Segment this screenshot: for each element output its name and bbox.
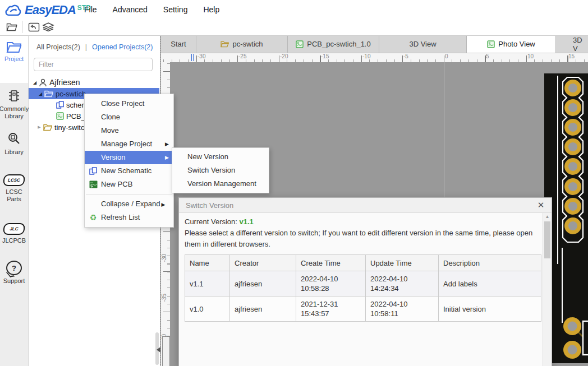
ruler-label: -10 <box>362 53 370 59</box>
cell-description: Initial version <box>439 296 541 322</box>
expand-arrow-icon[interactable]: ◢ <box>38 91 43 96</box>
menu-setting[interactable]: Setting <box>163 5 188 14</box>
all-projects-tab[interactable]: All Projects(2) <box>36 43 80 51</box>
menu-item-manage-project[interactable]: Manage Project ▶ <box>85 137 173 151</box>
menu-item-new-pcb[interactable]: New PCB <box>85 178 173 191</box>
menu-item-clone[interactable]: Clone <box>85 110 173 124</box>
menu-item-refresh-list[interactable]: ♻ Refresh List <box>85 211 173 224</box>
schematic-icon <box>89 166 98 175</box>
submenu-item-version-management[interactable]: Version Management <box>172 177 269 191</box>
submenu-item-label: Switch Version <box>187 166 235 174</box>
menu-item-collapse-expand[interactable]: Collapse / Expand▶ <box>85 197 173 211</box>
ruler-cursor-tick <box>191 54 192 61</box>
canvas-scrollbar-thumb[interactable] <box>162 336 170 366</box>
current-version-line: Current Version: v1.1 <box>185 217 543 226</box>
layers-icon[interactable] <box>41 20 56 34</box>
sidebar-item-lcsc-parts[interactable]: LCSC LCSC Parts <box>0 174 28 202</box>
tab-start[interactable]: Start <box>161 35 196 53</box>
dialog-scrollbar-thumb[interactable] <box>544 221 550 258</box>
project-folder-icon <box>6 41 22 53</box>
folder-icon <box>43 124 52 131</box>
cell-creator: ajfriesen <box>230 296 296 322</box>
panel-collapse-arrow-icon[interactable] <box>157 347 160 353</box>
menu-item-new-schematic[interactable]: New Schematic <box>85 164 173 178</box>
tab-3d-view[interactable]: 3D View <box>379 35 467 53</box>
menu-advanced[interactable]: Advanced <box>113 5 148 14</box>
pcb-icon <box>296 40 304 48</box>
tab-pcb-pc-swtich[interactable]: PCB_pc-swtich_1.0 <box>288 35 379 53</box>
tree-item-label: pc-swtich <box>56 90 86 98</box>
menu-item-close-project[interactable]: Close Project <box>85 97 173 110</box>
menu-item-label: New PCB <box>101 180 132 188</box>
submenu-item-new-version[interactable]: New Version <box>172 150 269 164</box>
tab-photo-view[interactable]: Photo View <box>467 35 556 53</box>
horizontal-ruler: -30 -25 -20 -15 -10 -5 0 5 10 15 <box>161 53 588 62</box>
cell-update-time: 2022-04-10 14:24:34 <box>366 271 439 296</box>
submenu-item-switch-version[interactable]: Switch Version <box>172 164 269 177</box>
table-row-v1-0[interactable]: v1.0 ajfriesen 2021-12-31 15:43:57 2022-… <box>185 296 541 322</box>
sidebar-item-library[interactable]: Library <box>0 132 28 156</box>
sidebar-label: Commonly Library <box>0 105 29 119</box>
cell-update-time: 2022-04-10 10:58:11 <box>366 296 439 322</box>
tab-divider: | <box>85 43 87 51</box>
project-panel-tabs: All Projects(2) | Opened Projects(2) <box>36 43 153 51</box>
menu-item-move[interactable]: Move <box>85 124 173 137</box>
sidebar-label: Support <box>3 277 25 285</box>
menu-item-label: Move <box>101 126 119 135</box>
opened-projects-tab[interactable]: Opened Projects(2) <box>92 43 153 51</box>
dialog-scrollbar[interactable]: ▲ <box>543 213 552 366</box>
ruler-label: -30 <box>161 254 167 262</box>
menu-help[interactable]: Help <box>203 5 219 14</box>
project-context-menu: Close Project Clone Move Manage Project … <box>84 94 174 228</box>
ruler-label: 0 <box>445 53 448 59</box>
cell-create-time: 2022-04-10 10:58:28 <box>296 271 366 296</box>
menu-item-version[interactable]: Version ▶ <box>85 151 173 164</box>
table-row-v1-1[interactable]: v1.1 ajfriesen 2022-04-10 10:58:28 2022-… <box>185 271 541 296</box>
tree-item-user[interactable]: ◢ Ajfriesen <box>29 77 159 88</box>
close-icon[interactable]: ✕ <box>535 200 546 211</box>
ruler-label: -30 <box>197 53 205 59</box>
menubar: File Advanced Setting Help <box>84 0 219 19</box>
cell-create-time: 2021-12-31 15:43:57 <box>296 296 366 322</box>
tab-label: Start <box>171 40 186 48</box>
sidebar-label: JLCPCB <box>2 237 26 244</box>
col-header-update-time: Update Time <box>366 255 439 271</box>
switch-version-dialog: Switch Version ✕ Current Version: v1.1 P… <box>178 197 552 366</box>
tab-pc-swtich[interactable]: pc-swtich <box>196 35 288 53</box>
ruler-label: -15 <box>321 53 329 59</box>
sidebar-item-jlcpcb[interactable]: JLC JLCPCB <box>0 223 28 244</box>
submenu-arrow-icon: ▶ <box>165 137 169 151</box>
refresh-icon: ♻ <box>89 213 98 222</box>
folder-icon[interactable] <box>4 20 19 34</box>
dialog-instructions: Please select a different version to swi… <box>185 228 543 250</box>
menu-item-label: Clone <box>101 113 120 121</box>
cell-description: Add labels <box>439 271 541 296</box>
col-header-description: Description <box>439 255 541 271</box>
filter-input[interactable] <box>34 58 153 71</box>
tab-label: PCB_pc-swtich_1.0 <box>307 40 370 48</box>
current-version-value: v1.1 <box>240 217 254 226</box>
version-submenu: New Version Switch Version Version Manag… <box>172 147 269 193</box>
version-table: Name Creator Create Time Update Time Des… <box>185 254 541 322</box>
dialog-titlebar[interactable]: Switch Version ✕ <box>179 198 552 213</box>
scroll-up-arrow-icon[interactable]: ▲ <box>543 213 552 221</box>
tab-3d-view-2[interactable]: 3D V <box>556 35 588 53</box>
tab-label: 3D View <box>409 40 436 48</box>
sidebar-item-support[interactable]: ? Support <box>0 261 28 285</box>
tab-label: pc-swtich <box>232 40 263 48</box>
jlcpcb-logo-icon: JLC <box>3 223 25 235</box>
left-sidebar: Project Commonly Library Library <box>0 35 29 366</box>
expand-arrow-icon[interactable]: ◢ <box>32 80 38 85</box>
question-icon: ? <box>6 261 22 275</box>
easyeda-logo[interactable]: EasyEDA STD <box>4 3 91 17</box>
table-header-row: Name Creator Create Time Update Time Des… <box>185 255 541 271</box>
tree-item-label: tiny-switch <box>54 123 89 132</box>
ruler-label: 15 <box>568 53 575 59</box>
collapsed-arrow-icon[interactable]: ▶ <box>36 125 42 129</box>
sidebar-item-project[interactable]: Project <box>0 35 28 83</box>
sidebar-label: Library <box>4 149 24 156</box>
pcb-icon <box>487 40 495 48</box>
sidebar-item-commonly-library[interactable]: Commonly Library <box>0 89 28 119</box>
open-project-icon[interactable] <box>26 20 41 34</box>
menu-file[interactable]: File <box>84 5 97 14</box>
